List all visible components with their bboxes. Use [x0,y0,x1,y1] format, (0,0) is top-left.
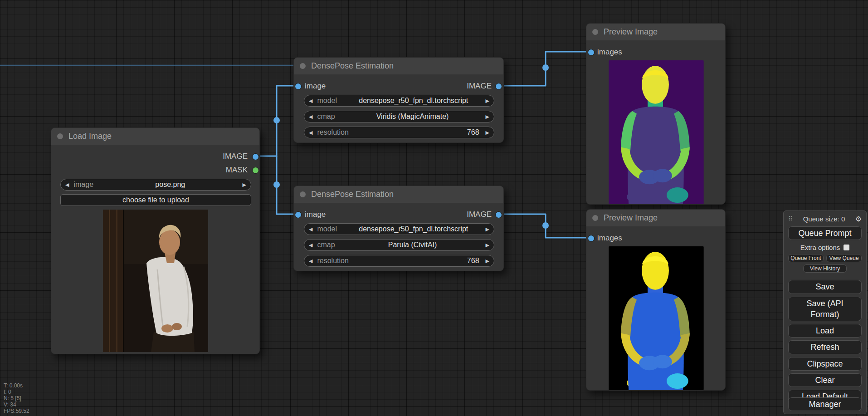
link-dot [273,117,280,123]
node-title-bar[interactable]: DensePose Estimation [294,58,503,74]
canvas-stats: T: 0.00s I: 0 N: 5 [5] V: 34 FPS:59.52 [4,382,29,414]
node-title: Preview Image [604,27,658,37]
collapse-dot-icon[interactable] [300,63,306,69]
arrow-left-icon[interactable]: ◀ [309,114,312,120]
arrow-right-icon[interactable]: ▶ [243,182,246,188]
input-slot-images[interactable] [588,49,594,55]
node-densepose-bottom[interactable]: DensePose Estimation image IMAGE ◀ model… [293,186,504,271]
widget-label: model [317,225,337,233]
stat-time: T: 0.00s [4,382,29,389]
output-row-image: IMAGE [467,208,492,221]
densepose-preview-parula [609,246,704,390]
arrow-left-icon[interactable]: ◀ [309,242,312,248]
queue-menu-panel: ⠿ Queue size: 0 ⚙ Queue Prompt Extra opt… [783,210,867,414]
output-slot-mask[interactable] [253,167,258,173]
save-button[interactable]: Save [788,280,862,294]
arrow-left-icon[interactable]: ◀ [309,226,312,232]
view-queue-button[interactable]: View Queue [826,254,862,262]
output-label-mask: MASK [226,166,248,175]
widget-model[interactable]: ◀ model densepose_r50_fpn_dl.torchscript… [304,95,494,107]
input-slot-images[interactable] [588,235,594,241]
queue-size-label: Queue size: 0 [803,215,845,223]
output-label-image: IMAGE [223,152,248,161]
widget-label: resolution [317,128,348,137]
queue-front-button[interactable]: Queue Front [788,254,824,262]
refresh-button[interactable]: Refresh [788,340,862,354]
widget-label: resolution [317,257,348,265]
extra-options-checkbox[interactable] [844,245,849,250]
widget-resolution[interactable]: ◀ resolution 768 ▶ [304,127,494,138]
input-label-image: image [305,210,326,219]
node-densepose-top[interactable]: DensePose Estimation image IMAGE ◀ model… [293,57,504,143]
view-history-button[interactable]: View History [803,264,847,273]
arrow-right-icon[interactable]: ▶ [486,242,489,248]
widget-resolution[interactable]: ◀ resolution 768 ▶ [304,255,494,267]
clear-button[interactable]: Clear [788,373,862,387]
widget-cmap[interactable]: ◀ cmap Parula (CivitAI) ▶ [304,239,494,251]
output-label-image: IMAGE [467,210,492,219]
load-image-preview [103,210,208,352]
output-row-mask: MASK [226,163,248,177]
node-preview-bottom[interactable]: Preview Image images [586,209,726,391]
collapse-dot-icon[interactable] [57,133,63,139]
widget-value: 768 [353,128,486,137]
clipspace-button[interactable]: Clipspace [788,357,862,371]
node-preview-top[interactable]: Preview Image images [586,23,726,205]
arrow-left-icon[interactable]: ◀ [309,98,312,104]
input-label-images: images [597,48,622,57]
node-title-bar[interactable]: Load Image [51,128,259,145]
input-slot-image[interactable] [295,212,301,218]
arrow-left-icon[interactable]: ◀ [309,258,312,264]
link-dot [542,64,549,71]
stat-version: V: 34 [4,401,29,408]
collapse-dot-icon[interactable] [592,29,598,35]
widget-value: pose.png [98,181,242,189]
node-title-bar[interactable]: Preview Image [586,24,725,40]
output-slot-image[interactable] [253,154,258,160]
widget-image-filename[interactable]: ◀ image pose.png ▶ [60,179,251,191]
densepose-figure-parula [609,246,704,390]
widget-model[interactable]: ◀ model densepose_r50_fpn_dl.torchscript… [304,223,494,235]
queue-mini-buttons: Queue Front View Queue [788,254,862,262]
output-slot-image[interactable] [496,212,502,218]
widget-label: model [317,97,337,105]
queue-prompt-button[interactable]: Queue Prompt [788,226,862,240]
arrow-right-icon[interactable]: ▶ [486,98,489,104]
collapse-dot-icon[interactable] [592,215,598,221]
arrow-right-icon[interactable]: ▶ [486,130,489,136]
arrow-left-icon[interactable]: ◀ [65,182,69,188]
input-row-image: image [305,208,326,221]
node-title-bar[interactable]: DensePose Estimation [294,186,503,203]
collapse-dot-icon[interactable] [300,191,306,197]
stat-nodes: N: 5 [5] [4,395,29,401]
widget-cmap[interactable]: ◀ cmap Viridis (MagicAnimate) ▶ [304,111,494,122]
menu-header: ⠿ Queue size: 0 ⚙ [788,214,862,224]
save-api-button[interactable]: Save (API Format) [788,297,862,322]
menu-separator [788,274,862,277]
arrow-right-icon[interactable]: ▶ [486,226,489,232]
arrow-right-icon[interactable]: ▶ [486,258,489,264]
manager-button[interactable]: Manager [788,397,862,411]
output-slot-image[interactable] [496,83,502,89]
node-load-image[interactable]: Load Image IMAGE MASK ◀ image pose.png ▶… [51,127,260,354]
node-title: Preview Image [604,213,658,223]
load-button[interactable]: Load [788,324,862,338]
input-label-image: image [305,82,326,91]
widget-value: densepose_r50_fpn_dl.torchscript [341,225,485,233]
input-row-images: images [597,231,622,245]
choose-file-button[interactable]: choose file to upload [60,194,251,206]
widget-value: 768 [353,257,486,265]
node-title-bar[interactable]: Preview Image [586,210,725,226]
input-row-images: images [597,45,622,59]
input-slot-image[interactable] [295,83,301,89]
stat-fps: FPS:59.52 [4,408,29,414]
photo-man-white-shirt [103,210,208,352]
settings-gear-icon[interactable]: ⚙ [855,215,862,223]
widget-label: cmap [317,241,335,249]
output-label-image: IMAGE [467,82,492,91]
output-row-image: IMAGE [223,150,248,163]
arrow-left-icon[interactable]: ◀ [309,130,312,136]
arrow-right-icon[interactable]: ▶ [486,114,489,120]
node-title: DensePose Estimation [311,190,394,199]
drag-handle-icon[interactable]: ⠿ [788,215,793,222]
